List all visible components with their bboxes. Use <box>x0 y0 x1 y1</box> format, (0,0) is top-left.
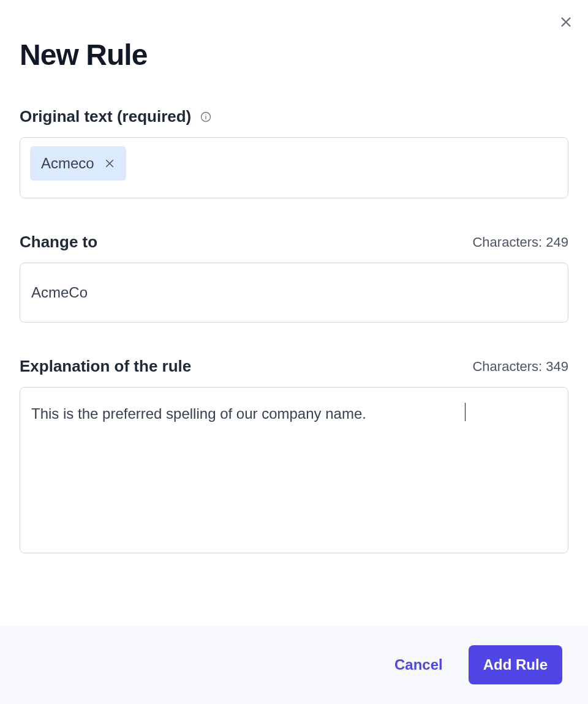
explanation-textarea-wrapper <box>20 387 568 556</box>
change-to-field-group: Change to Characters: 249 <box>20 233 568 323</box>
dialog-title: New Rule <box>20 38 568 72</box>
info-icon[interactable] <box>200 111 212 123</box>
field-header: Explanation of the rule Characters: 349 <box>20 357 568 376</box>
new-rule-dialog: New Rule Original text (required) <box>0 0 588 704</box>
explanation-char-count: Characters: 349 <box>472 359 568 375</box>
change-to-input[interactable] <box>20 263 568 323</box>
explanation-textarea[interactable] <box>20 387 568 553</box>
explanation-field-group: Explanation of the rule Characters: 349 <box>20 357 568 556</box>
explanation-label: Explanation of the rule <box>20 357 191 376</box>
change-to-char-count: Characters: 249 <box>472 234 568 250</box>
change-to-label: Change to <box>20 233 97 252</box>
svg-point-4 <box>206 114 206 115</box>
dialog-body: New Rule Original text (required) <box>0 0 588 626</box>
close-icon <box>104 158 115 169</box>
original-text-input[interactable]: Acmeco <box>20 137 568 198</box>
label-text: Explanation of the rule <box>20 357 191 376</box>
label-text: Change to <box>20 233 97 252</box>
text-cursor <box>465 403 466 421</box>
add-rule-button[interactable]: Add Rule <box>469 645 562 684</box>
close-button[interactable] <box>557 13 575 31</box>
close-icon <box>559 15 573 29</box>
dialog-footer: Cancel Add Rule <box>0 626 588 704</box>
tag-chip: Acmeco <box>30 146 126 181</box>
cancel-button[interactable]: Cancel <box>380 645 458 684</box>
label-text: Original text (required) <box>20 107 191 126</box>
tag-remove-button[interactable] <box>104 158 115 169</box>
field-header: Change to Characters: 249 <box>20 233 568 252</box>
original-text-field-group: Original text (required) Acmeco <box>20 107 568 198</box>
original-text-label: Original text (required) <box>20 107 212 126</box>
tag-text: Acmeco <box>41 155 94 172</box>
field-header: Original text (required) <box>20 107 568 126</box>
